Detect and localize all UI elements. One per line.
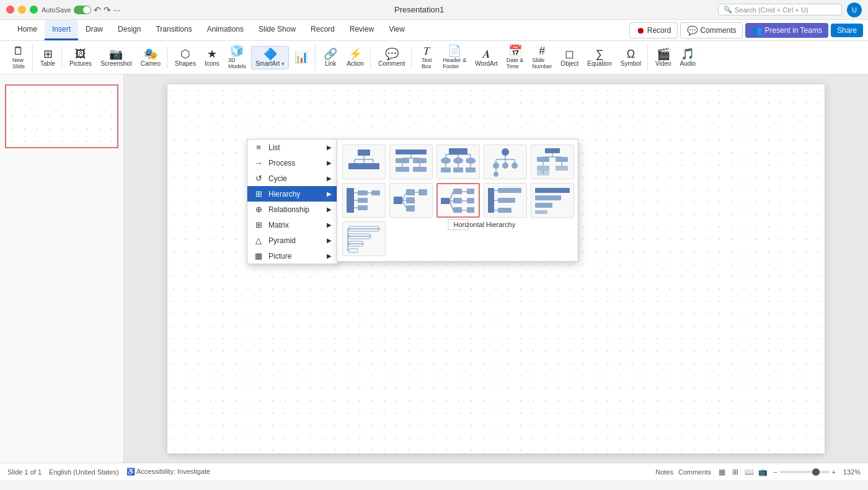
textbox-label: TextBox (422, 57, 432, 69)
hierarchy-item-10[interactable] (531, 183, 574, 218)
zoom-thumb (812, 468, 820, 476)
header-footer-button[interactable]: 📄 Header &Footer (439, 43, 470, 71)
redo-icon[interactable]: ↷ (104, 5, 111, 15)
screenshot-button[interactable]: 📷 Screenshot (97, 47, 136, 69)
menu-item-cycle[interactable]: ↺ Cycle ▶ (247, 171, 338, 186)
hierarchy-item-7[interactable] (389, 183, 433, 218)
profile-avatar[interactable]: U (847, 2, 862, 17)
canvas-area (124, 74, 868, 463)
hierarchy-item-9[interactable] (484, 183, 527, 218)
shapes-button[interactable]: ⬡ Shapes (171, 47, 200, 69)
menu-item-picture[interactable]: ▦ Picture ▶ (247, 248, 338, 264)
menu-item-relationship[interactable]: ⊕ Relationship ▶ (247, 202, 338, 217)
tab-transitions[interactable]: Transitions (148, 20, 199, 40)
accessibility-icon: ♿ (126, 468, 135, 475)
video-button[interactable]: 🎬 Video (652, 47, 675, 69)
ribbon: Home Insert Draw Design Transitions Anim… (0, 20, 868, 41)
textbox-button[interactable]: 𝑇 TextBox (415, 43, 438, 71)
zoom-slider[interactable] (780, 471, 830, 473)
equation-button[interactable]: ∑ Equation (583, 47, 615, 69)
close-button[interactable] (6, 6, 14, 14)
reading-view-icon[interactable]: 📖 (743, 466, 755, 478)
record-button[interactable]: ⏺ Record (629, 22, 678, 38)
hierarchy-item-3[interactable] (436, 145, 480, 179)
hierarchy-item-4[interactable] (484, 145, 527, 179)
hierarchy-item-5[interactable] (531, 145, 574, 179)
comments-button[interactable]: 💬 Comments (680, 22, 743, 38)
language-info: English (United States) (49, 468, 119, 476)
menu-item-pyramid[interactable]: △ Pyramid ▶ (247, 233, 338, 248)
present-teams-button[interactable]: 👥 Present in Teams (745, 23, 828, 38)
3d-models-button[interactable]: 🧊 3DModels (224, 43, 250, 71)
zoom-in-icon[interactable]: + (832, 468, 836, 476)
hierarchy-item-11[interactable] (342, 221, 386, 256)
tab-animations[interactable]: Animations (200, 20, 251, 40)
presenter-view-icon[interactable]: 📺 (757, 466, 768, 478)
new-slide-button[interactable]: 🗒 NewSlide (7, 43, 30, 71)
menu-item-list[interactable]: ≡ List ▶ (247, 140, 338, 155)
hierarchy-item-2[interactable] (389, 145, 433, 179)
header-footer-label: Header &Footer (443, 57, 466, 69)
audio-button[interactable]: 🎵 Audio (676, 47, 700, 69)
slide-sorter-icon[interactable]: ⊞ (730, 466, 741, 478)
undo-icon[interactable]: ↶ (94, 5, 101, 15)
comment-button[interactable]: 💬 Comment (374, 47, 409, 69)
comments-status-button[interactable]: Comments (678, 468, 711, 476)
hierarchy-grid: Horizontal Hierarchy (342, 145, 573, 256)
hierarchy-item-8[interactable]: Horizontal Hierarchy (436, 183, 480, 218)
svg-rect-0 (358, 149, 370, 156)
table-button[interactable]: ⊞ Table (37, 47, 59, 69)
hierarchy-submenu: Horizontal Hierarchy (337, 139, 578, 262)
slide-thumbnail[interactable] (5, 84, 118, 148)
audio-label: Audio (680, 60, 696, 67)
zoom-out-icon[interactable]: − (773, 468, 777, 476)
teams-icon: 👥 (751, 25, 762, 35)
svg-rect-76 (453, 189, 462, 194)
tab-draw[interactable]: Draw (78, 20, 110, 40)
slide-number-button[interactable]: # SlideNumber (528, 43, 556, 71)
tab-home[interactable]: Home (10, 20, 45, 40)
icons-button[interactable]: ★ Icons (201, 47, 223, 69)
tab-insert[interactable]: Insert (45, 20, 78, 40)
hierarchy-item-6[interactable] (342, 183, 386, 218)
svg-rect-92 (535, 188, 570, 193)
slide-number-label: SlideNumber (532, 57, 552, 69)
search-box[interactable]: 🔍 Search (Cmd + Ctrl + U) (718, 4, 842, 16)
tab-design[interactable]: Design (110, 20, 148, 40)
chart-button[interactable]: 📊 (290, 50, 312, 65)
autosave-toggle[interactable] (74, 6, 91, 14)
list-arrow-icon: ▶ (327, 144, 332, 151)
tab-review[interactable]: Review (342, 20, 381, 40)
wordart-button[interactable]: 𝑨 WordArt (471, 47, 502, 69)
action-button[interactable]: ⚡ Action (343, 47, 368, 69)
tab-record[interactable]: Record (303, 20, 342, 40)
tab-view[interactable]: View (381, 20, 412, 40)
svg-rect-12 (396, 158, 409, 163)
tab-slideshow[interactable]: Slide Show (251, 20, 303, 40)
shapes-label: Shapes (175, 60, 196, 67)
notes-button[interactable]: Notes (655, 468, 673, 476)
minimize-button[interactable] (18, 6, 26, 14)
maximize-button[interactable] (30, 6, 38, 14)
date-time-button[interactable]: 📅 Date &Time (503, 43, 528, 71)
smartart-button[interactable]: 🔷 SmartArt ▾ (251, 46, 289, 69)
slides-group: 🗒 NewSlide (5, 43, 33, 71)
more-icon[interactable]: ··· (113, 5, 121, 15)
cameo-button[interactable]: 🎭 Cameo (137, 47, 164, 69)
zoom-level[interactable]: 132% (838, 468, 861, 476)
svg-point-40 (512, 163, 518, 169)
hierarchy-item-1[interactable] (342, 145, 386, 179)
share-button[interactable]: Share (831, 24, 863, 37)
menu-item-matrix[interactable]: ⊞ Matrix ▶ (247, 217, 338, 233)
symbol-button[interactable]: Ω Symbol (617, 47, 645, 69)
svg-rect-68 (406, 197, 415, 203)
menu-item-hierarchy[interactable]: ⊞ Hierarchy ▶ (247, 186, 338, 202)
menu-item-process[interactable]: → Process ▶ (247, 155, 338, 171)
svg-rect-13 (413, 158, 427, 163)
object-button[interactable]: ◻ Object (557, 47, 582, 69)
table-icon: ⊞ (43, 48, 53, 60)
link-button[interactable]: 🔗 Link (319, 47, 342, 69)
pictures-button[interactable]: 🖼 Pictures (66, 47, 95, 69)
chart-icon: 📊 (294, 51, 308, 63)
normal-view-icon[interactable]: ▦ (716, 466, 727, 478)
